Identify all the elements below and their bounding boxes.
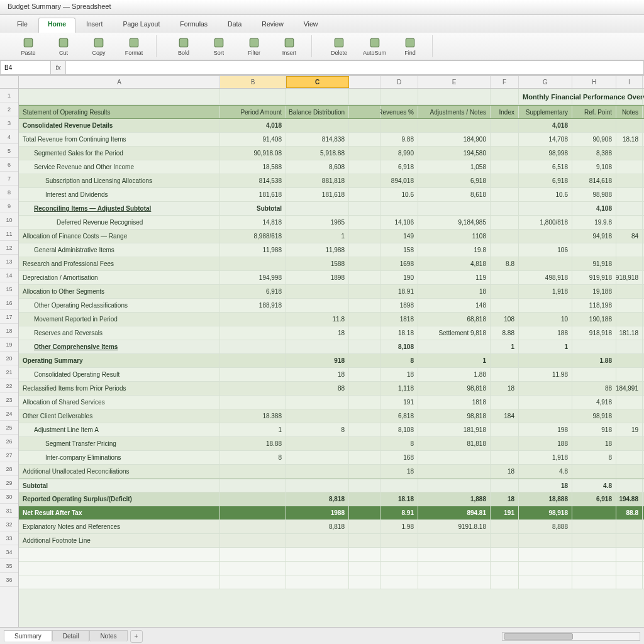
cell[interactable]: 184,900 [418, 133, 491, 146]
cell[interactable]: 1,918 [519, 285, 572, 298]
cell[interactable] [616, 216, 643, 229]
cell[interactable]: 184,991 [616, 382, 643, 395]
cell[interactable] [519, 409, 572, 423]
cell[interactable]: 181.18 [616, 326, 643, 340]
cell[interactable]: Reconciling Items — Adjusted Subtotal [19, 202, 220, 215]
cell[interactable]: Other Operating Reclassifications [19, 299, 220, 312]
row-header[interactable]: 35 [0, 559, 18, 573]
cell[interactable] [286, 285, 349, 298]
cell[interactable]: 4,108 [572, 202, 616, 215]
cell[interactable] [491, 243, 519, 257]
cell[interactable]: 181,618 [220, 188, 286, 201]
cell[interactable]: 91,918 [572, 257, 616, 270]
cell[interactable] [349, 354, 380, 367]
cell[interactable]: 168 [380, 451, 418, 464]
cell[interactable]: 4,018 [220, 119, 286, 132]
cell[interactable]: 18 [418, 285, 491, 298]
row-header[interactable]: 13 [0, 255, 18, 269]
cell[interactable] [572, 506, 616, 519]
cell[interactable]: Consolidated Revenue Details [19, 119, 220, 132]
row-header[interactable]: 6 [0, 158, 18, 172]
cell[interactable]: 18.18 [380, 492, 418, 506]
cell[interactable] [616, 257, 643, 270]
find-button[interactable]: Find [394, 35, 426, 58]
cell[interactable]: 188,918 [220, 299, 286, 312]
worksheet-area[interactable]: 1234567891011121314151617181920212223242… [0, 89, 644, 627]
cell[interactable]: 4.8 [572, 479, 616, 492]
cell[interactable]: Ref. Point [572, 106, 616, 118]
column-header-gap[interactable] [349, 76, 380, 88]
cell[interactable] [349, 382, 380, 395]
cell[interactable] [519, 562, 572, 575]
cell[interactable] [519, 534, 572, 547]
cell[interactable]: 19,188 [572, 285, 616, 298]
cell[interactable] [220, 562, 286, 575]
row-header[interactable]: 21 [0, 365, 18, 379]
cell[interactable]: 1 [519, 340, 572, 353]
add-sheet-button[interactable]: + [130, 630, 143, 643]
cell[interactable]: Additional Unallocated Reconciliations [19, 465, 220, 478]
cell[interactable] [418, 465, 491, 478]
delete-button[interactable]: Delete [323, 35, 355, 58]
cell[interactable]: Reserves and Reversals [19, 326, 220, 340]
cell[interactable]: 88.8 [616, 506, 643, 519]
cell[interactable] [349, 243, 380, 257]
cell[interactable]: 8,618 [418, 188, 491, 201]
cell[interactable] [349, 534, 380, 547]
cell[interactable]: 18,888 [519, 492, 572, 506]
cell[interactable]: Interest and Dividends [19, 188, 220, 201]
cell[interactable]: Segment Transfer Pricing [19, 437, 220, 450]
row-header[interactable]: 29 [0, 476, 18, 490]
cell[interactable] [220, 548, 286, 561]
cell[interactable]: 18 [519, 479, 572, 492]
cell[interactable]: Reclassified Items from Prior Periods [19, 382, 220, 395]
filter-button[interactable]: Filter [238, 35, 270, 58]
cell[interactable]: 6,918 [220, 285, 286, 298]
cell[interactable] [349, 119, 380, 132]
cell[interactable] [349, 437, 380, 450]
cell[interactable] [349, 520, 380, 533]
cell[interactable]: 190 [380, 271, 418, 284]
cell[interactable]: 18 [491, 465, 519, 478]
cell[interactable]: 1698 [380, 257, 418, 270]
cell[interactable] [491, 548, 519, 561]
cell[interactable]: 106 [519, 243, 572, 257]
cell[interactable] [349, 160, 380, 174]
cell[interactable] [491, 147, 519, 160]
cell[interactable]: 9191.8.18 [418, 520, 491, 533]
cell[interactable] [519, 382, 572, 395]
column-header-G[interactable]: G [519, 76, 572, 88]
cell[interactable]: Segmented Sales for the Period [19, 147, 220, 160]
cell[interactable] [616, 548, 643, 561]
cell[interactable] [286, 396, 349, 409]
cell[interactable] [418, 451, 491, 464]
cell[interactable] [519, 354, 572, 367]
cell[interactable]: 894,018 [380, 174, 418, 187]
cell[interactable]: Additional Footnote Line [19, 534, 220, 547]
cell[interactable] [286, 340, 349, 353]
row-header[interactable]: 27 [0, 448, 18, 462]
cell[interactable] [418, 202, 491, 215]
cell[interactable] [572, 575, 616, 589]
column-header-H[interactable]: H [572, 76, 616, 88]
cell[interactable]: 18.18 [380, 326, 418, 340]
cell[interactable]: Adjustment Line Item A [19, 423, 220, 436]
cell[interactable]: 1818 [380, 313, 418, 326]
cell[interactable] [491, 575, 519, 589]
cell[interactable] [19, 575, 220, 589]
cell[interactable]: 8,388 [572, 147, 616, 160]
bold-button[interactable]: Bold [168, 35, 199, 58]
cell[interactable]: 6,918 [380, 160, 418, 174]
cell[interactable]: 194,580 [418, 147, 491, 160]
cell[interactable] [616, 119, 643, 132]
cell[interactable]: Adjustments / Notes [418, 106, 491, 118]
cell[interactable]: 8,990 [380, 147, 418, 160]
cell[interactable]: 148 [418, 299, 491, 312]
cell[interactable]: 8.8 [491, 257, 519, 270]
ribbon-tab-review[interactable]: Review [252, 18, 292, 33]
ribbon-tab-insert[interactable]: Insert [77, 18, 112, 33]
cell[interactable] [519, 548, 572, 561]
cell[interactable]: 94,918 [572, 230, 616, 243]
cell[interactable] [519, 299, 572, 312]
cell[interactable]: 918 [286, 354, 349, 367]
